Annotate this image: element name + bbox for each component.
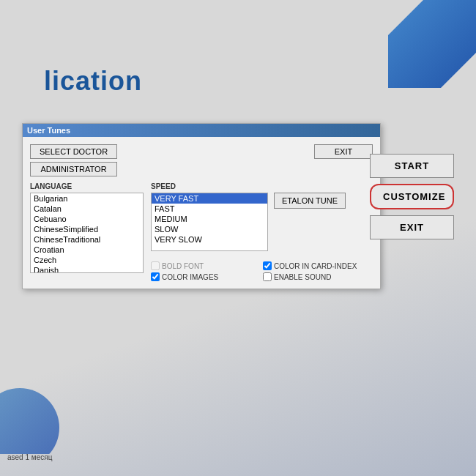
dialog-body: SELECT DOCTOR ADMINISTRATOR EXIT LANGUAG…	[23, 137, 380, 289]
exit-button[interactable]: EXIT	[370, 215, 454, 239]
select-doctor-button[interactable]: SELECT DOCTOR	[30, 144, 117, 159]
color-card-index-checkbox-item: COLOR IN CARD-INDEX	[263, 261, 373, 270]
dialog: User Tunes SELECT DOCTOR ADMINISTRATOR E…	[22, 123, 381, 289]
dialog-exit-button[interactable]: EXIT	[314, 144, 373, 159]
list-item[interactable]: Czech	[31, 255, 143, 265]
speed-item-fast[interactable]: FAST	[152, 204, 267, 214]
status-bar: ased 1 месяц	[7, 453, 52, 461]
speed-item-very-slow[interactable]: VERY SLOW	[152, 234, 267, 245]
list-item[interactable]: ChineseTraditional	[31, 234, 143, 245]
language-label: LANGUAGE	[30, 182, 144, 190]
logo-area: lication	[44, 66, 142, 97]
color-images-label: COLOR IMAGES	[162, 273, 218, 281]
color-card-index-label: COLOR IN CARD-INDEX	[274, 262, 357, 270]
etalon-tune-button[interactable]: ETALON TUNE	[274, 193, 346, 209]
color-card-index-checkbox[interactable]	[263, 261, 272, 270]
right-buttons-panel: START CUSTOMIZE EXIT	[370, 154, 454, 239]
content-area: LANGUAGE Bulgarian Catalan Cebuano Chine…	[30, 182, 373, 281]
customize-button[interactable]: CUSTOMIZE	[370, 184, 454, 209]
logo-text: lication	[44, 66, 142, 97]
speed-row: VERY FAST FAST MEDIUM SLOW VERY SLOW ETA…	[151, 193, 373, 257]
language-section: LANGUAGE Bulgarian Catalan Cebuano Chine…	[30, 182, 144, 281]
top-buttons-row: SELECT DOCTOR ADMINISTRATOR EXIT	[30, 144, 373, 176]
bold-font-checkbox[interactable]	[151, 261, 160, 270]
checkboxes-section: BOLD FONT COLOR IN CARD-INDEX COLOR IMAG…	[151, 261, 373, 281]
status-text: ased 1 месяц	[7, 453, 52, 461]
enable-sound-checkbox-item: ENABLE SOUND	[263, 272, 373, 281]
speed-item-very-fast[interactable]: VERY FAST	[152, 193, 267, 204]
list-item[interactable]: Danish	[31, 265, 143, 273]
list-item[interactable]: Croatian	[31, 245, 143, 255]
dialog-title: User Tunes	[27, 126, 70, 135]
color-images-checkbox-item: COLOR IMAGES	[151, 272, 261, 281]
bold-font-label: BOLD FONT	[162, 262, 204, 270]
speed-section: SPEED VERY FAST FAST MEDIUM SLOW VERY SL…	[151, 182, 373, 281]
administrator-button[interactable]: ADMINISTRATOR	[30, 162, 117, 176]
speed-item-slow[interactable]: SLOW	[152, 224, 267, 234]
dialog-titlebar: User Tunes	[23, 124, 380, 137]
enable-sound-checkbox[interactable]	[263, 272, 272, 281]
enable-sound-label: ENABLE SOUND	[274, 273, 331, 281]
speed-label: SPEED	[151, 182, 373, 190]
list-item[interactable]: ChineseSimplified	[31, 224, 143, 234]
list-item[interactable]: Cebuano	[31, 214, 143, 224]
list-item[interactable]: Bulgarian	[31, 193, 143, 204]
color-images-checkbox[interactable]	[151, 272, 160, 281]
speed-listbox[interactable]: VERY FAST FAST MEDIUM SLOW VERY SLOW	[151, 193, 268, 251]
start-button[interactable]: START	[370, 154, 454, 178]
speed-item-medium[interactable]: MEDIUM	[152, 214, 267, 224]
list-item[interactable]: Catalan	[31, 204, 143, 214]
language-listbox[interactable]: Bulgarian Catalan Cebuano ChineseSimplif…	[30, 193, 144, 273]
bold-font-checkbox-item: BOLD FONT	[151, 261, 261, 270]
